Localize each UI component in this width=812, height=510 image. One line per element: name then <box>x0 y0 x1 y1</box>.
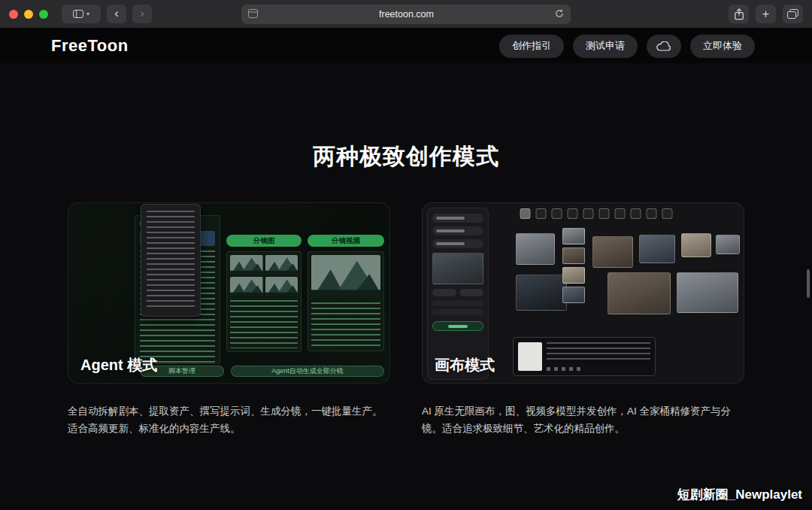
video-panel <box>308 251 384 351</box>
canvas-thumbnail-strip <box>562 228 585 303</box>
storyboard-panel <box>226 251 301 352</box>
agent-mode-label: Agent 模式 <box>80 355 157 375</box>
agent-mode-description: 全自动拆解剧本、提取资产、撰写提示词、生成分镜，一键批量生产。适合高频更新、标准… <box>68 403 390 437</box>
tool-icon <box>535 208 546 219</box>
canvas-thumbnail <box>562 267 585 284</box>
storyboard-thumb-image <box>265 255 298 275</box>
tool-icon <box>567 208 577 219</box>
canvas-thumbnail <box>639 235 675 263</box>
storyboard-thumb-image <box>230 277 263 296</box>
tool-icon <box>630 208 641 219</box>
site-header: FreeToon 创作指引 测试申请 立即体验 <box>0 29 812 63</box>
page-settings-icon <box>248 8 258 21</box>
prompt-reference-image <box>518 342 542 371</box>
tabs-icon <box>787 9 798 19</box>
note-popup <box>141 204 201 317</box>
canvas-prompt-panel <box>513 337 656 376</box>
site-logo[interactable]: FreeToon <box>51 36 129 56</box>
cloud-icon <box>656 41 671 51</box>
canvas-thumbnail <box>681 233 711 257</box>
back-button[interactable]: ‹ <box>107 5 126 23</box>
canvas-thumbnail <box>516 275 567 311</box>
sidebar-menu-item <box>432 214 483 223</box>
sidebar-menu-item <box>432 226 483 235</box>
sidebar-preview-image <box>432 253 483 284</box>
tool-icon <box>598 208 609 219</box>
storyboard-text-lines <box>230 300 298 348</box>
canvas-mode-column: 画布模式 AI 原生无限画布，图、视频多模型并发创作，AI 全家桶精修资产与分镜… <box>422 202 744 437</box>
canvas-sidebar <box>427 208 489 380</box>
cloud-button[interactable] <box>647 35 681 58</box>
nav-test-apply-button[interactable]: 测试申请 <box>573 35 638 58</box>
canvas-thumbnail <box>516 233 555 265</box>
new-tab-button[interactable]: + <box>756 5 776 23</box>
tool-icon <box>551 208 562 219</box>
share-button[interactable] <box>729 5 749 23</box>
plus-icon: + <box>762 8 769 20</box>
browser-chrome: ▾ ‹ › freetoon.com + <box>0 0 812 29</box>
canvas-mode-card: 画布模式 <box>422 202 744 384</box>
zoom-button[interactable] <box>39 10 48 19</box>
video-column: 分镜视频 <box>308 235 384 351</box>
tool-icon <box>662 208 672 219</box>
storyboard-video-tab: 分镜视频 <box>308 235 384 247</box>
sidebar-input <box>432 309 483 315</box>
sidebar-button-row <box>432 289 483 296</box>
agent-mode-card: 分镜图 分镜视频 <box>68 202 390 384</box>
mode-cards: 分镜图 分镜视频 <box>0 202 812 437</box>
address-bar[interactable]: freetoon.com <box>241 5 571 24</box>
page: ▾ ‹ › freetoon.com + FreeToon <box>0 0 812 510</box>
chevron-down-icon: ▾ <box>86 11 89 17</box>
nav-try-now-button[interactable]: 立即体验 <box>690 35 755 58</box>
generate-button <box>432 321 483 331</box>
prompt-panel-body <box>547 342 650 371</box>
prompt-action-icons <box>547 367 650 371</box>
canvas-thumbnail <box>562 247 585 264</box>
storyboard-image-tab: 分镜图 <box>226 235 301 247</box>
storyboard-thumbnails <box>230 255 298 296</box>
watermark: 短剧新圈_Newplaylet <box>677 486 802 503</box>
minimize-button[interactable] <box>24 10 33 19</box>
agent-generate-pill: Agent自动生成全部分镜 <box>231 366 384 377</box>
canvas-toolbar <box>520 208 672 219</box>
canvas-thumbnail <box>716 235 740 254</box>
site-nav: 创作指引 测试申请 立即体验 <box>499 35 755 58</box>
page-title: 两种极致创作模式 <box>0 141 812 172</box>
close-button[interactable] <box>9 10 18 19</box>
canvas-thumbnail <box>562 228 585 244</box>
sidebar-input <box>432 300 483 306</box>
tool-icon <box>583 208 593 219</box>
traffic-lights <box>9 10 48 19</box>
canvas-mode-label: 画布模式 <box>435 355 495 375</box>
tool-icon <box>520 208 530 219</box>
nav-creation-guide-button[interactable]: 创作指引 <box>499 35 564 58</box>
share-icon <box>734 8 744 20</box>
sidebar-toggle-button[interactable]: ▾ <box>62 5 101 23</box>
main-content: 两种极致创作模式 分镜图 <box>0 63 812 437</box>
canvas-thumbnail <box>677 272 738 313</box>
forward-button[interactable]: › <box>132 5 152 23</box>
url-text: freetoon.com <box>258 9 555 20</box>
video-text-lines <box>311 302 380 348</box>
reload-icon[interactable] <box>555 8 564 21</box>
canvas-thumbnail <box>562 287 585 303</box>
storyboard-column: 分镜图 <box>226 235 301 352</box>
tool-icon <box>646 208 656 219</box>
sidebar-menu-item <box>432 239 483 248</box>
tool-icon <box>614 208 625 219</box>
note-text-lines <box>147 211 195 310</box>
video-frame-image <box>311 255 380 299</box>
canvas-mode-description: AI 原生无限画布，图、视频多模型并发创作，AI 全家桶精修资产与分镜。适合追求… <box>422 403 744 437</box>
page-scrollbar[interactable] <box>807 269 810 298</box>
canvas-thumbnail <box>592 236 633 268</box>
sidebar-icon <box>73 8 83 21</box>
prompt-text-lines <box>547 342 650 360</box>
storyboard-thumb-image <box>265 277 298 296</box>
tab-overview-button[interactable] <box>783 5 803 23</box>
agent-mode-column: 分镜图 分镜视频 <box>68 202 390 437</box>
canvas-thumbnail <box>607 272 671 314</box>
chrome-right-cluster: + <box>729 5 803 23</box>
storyboard-thumb-image <box>230 255 263 275</box>
